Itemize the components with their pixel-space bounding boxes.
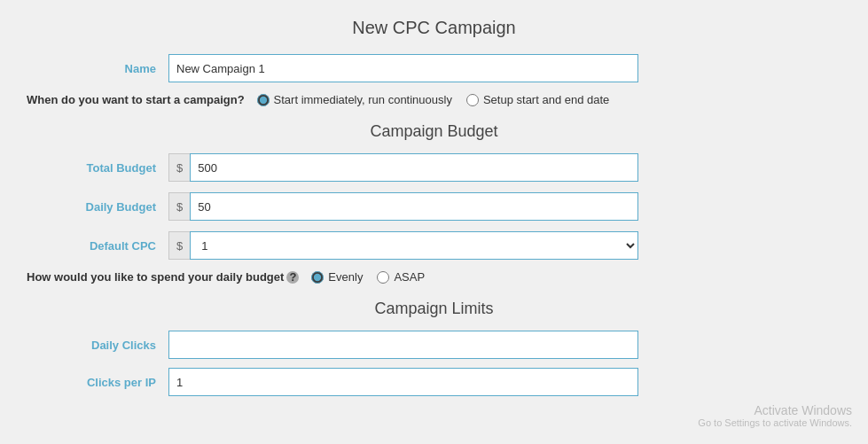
budget-title: Campaign Budget <box>27 122 841 141</box>
limits-title: Campaign Limits <box>27 300 841 318</box>
spend-option-evenly-label[interactable]: Evenly <box>328 270 363 284</box>
clicks-per-ip-row: Clicks per IP <box>27 368 841 396</box>
clicks-per-ip-input[interactable] <box>168 368 638 396</box>
start-option-date-label[interactable]: Setup start and end date <box>483 93 609 106</box>
name-input-wrapper <box>168 54 638 82</box>
daily-clicks-label: Daily Clicks <box>27 339 168 352</box>
name-row: Name <box>27 54 841 82</box>
daily-spend-radio-group: Evenly ASAP <box>311 270 425 284</box>
total-budget-prefix: $ <box>168 153 190 182</box>
daily-spend-question-wrapper: How would you like to spend your daily b… <box>27 270 311 284</box>
spend-option-evenly[interactable]: Evenly <box>311 270 363 284</box>
daily-spend-row: How would you like to spend your daily b… <box>27 270 841 284</box>
start-radio-immediately[interactable] <box>257 94 270 106</box>
clicks-per-ip-label: Clicks per IP <box>27 376 168 389</box>
daily-budget-row: Daily Budget $ <box>27 192 841 221</box>
page-title: New CPC Campaign <box>27 18 841 38</box>
activate-line1: Activate Windows <box>698 403 852 417</box>
default-cpc-prefix: $ <box>168 231 190 260</box>
daily-clicks-row: Daily Clicks <box>27 331 841 359</box>
start-radio-group: Start immediately, run continuously Setu… <box>257 93 610 106</box>
daily-spend-question: How would you like to spend your daily b… <box>27 270 284 284</box>
total-budget-label: Total Budget <box>27 161 168 175</box>
activate-watermark: Activate Windows Go to Settings to activ… <box>698 403 852 428</box>
start-option-immediately-label[interactable]: Start immediately, run continuously <box>274 93 452 106</box>
start-option-date[interactable]: Setup start and end date <box>466 93 609 106</box>
daily-budget-prefix: $ <box>168 192 190 221</box>
daily-clicks-input[interactable] <box>168 331 638 359</box>
start-radio-date[interactable] <box>466 94 479 106</box>
start-option-immediately[interactable]: Start immediately, run continuously <box>257 93 452 106</box>
start-campaign-row: When do you want to start a campaign? St… <box>27 93 841 106</box>
total-budget-row: Total Budget $ <box>27 153 841 182</box>
default-cpc-row: Default CPC $ 1 2 3 5 <box>27 231 841 260</box>
daily-budget-input-wrapper: $ <box>168 192 638 221</box>
daily-budget-input[interactable] <box>190 192 638 221</box>
default-cpc-label: Default CPC <box>27 239 168 253</box>
spend-option-asap-label[interactable]: ASAP <box>394 270 425 284</box>
name-label: Name <box>27 62 168 75</box>
name-input[interactable] <box>168 54 638 82</box>
activate-line2: Go to Settings to activate Windows. <box>698 417 852 428</box>
total-budget-input[interactable] <box>190 153 638 182</box>
spend-radio-asap[interactable] <box>377 271 389 284</box>
spend-radio-evenly[interactable] <box>311 271 324 284</box>
page-wrapper: New CPC Campaign Name When do you want t… <box>0 0 868 444</box>
total-budget-input-wrapper: $ <box>168 153 638 182</box>
default-cpc-select[interactable]: 1 2 3 5 <box>190 231 638 260</box>
start-question-label: When do you want to start a campaign? <box>27 93 257 106</box>
spend-option-asap[interactable]: ASAP <box>377 270 425 284</box>
default-cpc-input-wrapper: $ 1 2 3 5 <box>168 231 638 260</box>
question-mark-icon[interactable]: ? <box>286 271 299 284</box>
daily-budget-label: Daily Budget <box>27 200 168 214</box>
